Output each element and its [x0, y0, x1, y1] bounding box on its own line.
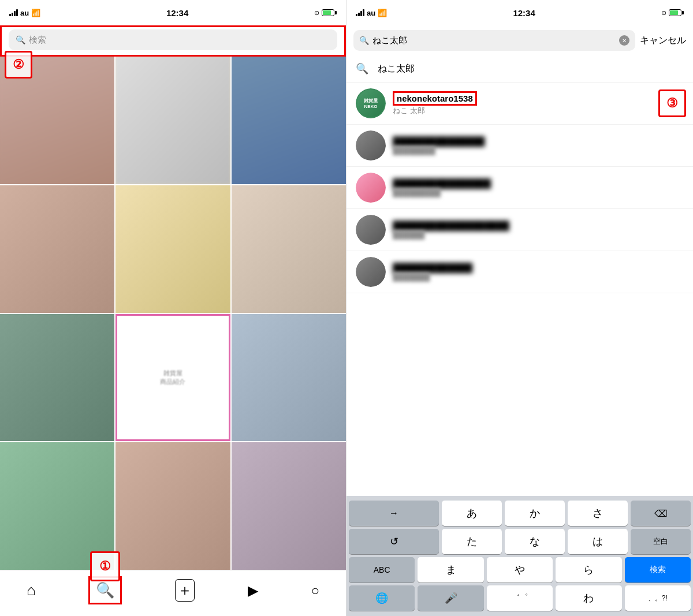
- result-info-5: █████████████ ███████: [393, 263, 684, 281]
- right-status-left: au 📶: [356, 9, 387, 17]
- grid-cell-5: [116, 185, 230, 313]
- result-avatar-5: [356, 257, 386, 287]
- key-na[interactable]: な: [505, 529, 565, 554]
- key-daku[interactable]: ゛゜: [487, 585, 553, 611]
- signal-bars: [9, 9, 18, 16]
- nav-search[interactable]: ① 🔍: [88, 576, 122, 604]
- result-username-3: ████████████████: [393, 178, 684, 188]
- key-backspace[interactable]: ⌫: [631, 501, 691, 526]
- photo-grid: 雑貨屋商品紹介: [0, 57, 346, 570]
- result-avatar-3: [356, 173, 386, 203]
- key-wa[interactable]: わ: [556, 585, 621, 611]
- grid-cell-2: [116, 57, 230, 184]
- nav-home[interactable]: ⌂: [27, 581, 36, 599]
- bottom-nav: ⌂ ① 🔍 ＋ ▶ ○: [0, 570, 346, 616]
- result-displayname-5: ███████: [393, 272, 684, 281]
- key-mic[interactable]: 🎤: [418, 585, 483, 611]
- key-undo[interactable]: ↺: [349, 529, 439, 554]
- key-ka[interactable]: か: [505, 501, 565, 526]
- left-status-bar: au 📶 12:34 ⊙: [0, 0, 346, 25]
- grid-cell-4: [0, 185, 114, 313]
- cancel-button[interactable]: キャンセル: [640, 35, 686, 47]
- right-wifi-icon: 📶: [378, 9, 387, 17]
- key-globe[interactable]: 🌐: [349, 585, 415, 611]
- grid-cell-12: [232, 442, 346, 570]
- result-info-2: ███████████████ ████████: [393, 136, 684, 155]
- grid-cell-7: [0, 314, 114, 442]
- profile-icon: ○: [311, 583, 320, 599]
- grid-cell-11: [116, 442, 230, 570]
- search-results: 🔍 ねこ太郎 雑貨屋NEKO nekonekotaro1538 ねこ 太郎 ③: [346, 55, 693, 496]
- search-bar-container[interactable]: 🔍 検索: [0, 25, 346, 57]
- wifi-icon: 📶: [31, 9, 40, 17]
- right-carrier: au: [367, 9, 375, 17]
- home-icon: ⌂: [27, 581, 36, 599]
- result-item-1[interactable]: 雑貨屋NEKO nekonekotaro1538 ねこ 太郎 ③: [346, 83, 693, 125]
- left-status-right: ⊙: [314, 9, 337, 17]
- right-signal-bars: [356, 9, 364, 16]
- key-ya[interactable]: や: [487, 557, 553, 583]
- key-space[interactable]: 空白: [631, 529, 691, 554]
- key-ha[interactable]: は: [568, 529, 628, 554]
- key-ma[interactable]: ま: [418, 557, 483, 583]
- key-ra[interactable]: ら: [556, 557, 621, 583]
- key-abc[interactable]: ABC: [349, 557, 415, 583]
- suggestion-text: ねこ太郎: [378, 63, 415, 75]
- nav-reels[interactable]: ▶: [248, 583, 258, 599]
- search-bar[interactable]: 🔍 検索: [9, 29, 337, 50]
- result-avatar-2: [356, 130, 386, 160]
- grid-cell-6: [232, 185, 346, 313]
- add-icon: ＋: [175, 579, 195, 602]
- keyboard-row-3: ABC ま や ら 検索: [349, 557, 691, 583]
- step-3-badge: ③: [658, 89, 686, 117]
- result-info-1: nekonekotaro1538 ねこ 太郎: [393, 91, 684, 116]
- right-screen-record: ⊙: [661, 9, 666, 17]
- result-item-5[interactable]: █████████████ ███████: [346, 251, 693, 293]
- keyboard: → あ か さ ⌫ ↺ た な は 空白 ABC ま や ら 検索 🌐 🎤 ゛゜…: [346, 496, 693, 616]
- search-suggestion-row[interactable]: 🔍 ねこ太郎: [346, 55, 693, 83]
- step-2-badge: ②: [5, 51, 32, 79]
- step-1-badge: ①: [90, 551, 120, 581]
- result-item-3[interactable]: ████████████████ █████████: [346, 167, 693, 209]
- key-arrow[interactable]: →: [349, 501, 439, 526]
- key-a[interactable]: あ: [442, 501, 502, 526]
- suggestion-search-icon: 🔍: [356, 62, 368, 75]
- key-search[interactable]: 検索: [625, 557, 691, 583]
- grid-cell-10: [0, 442, 114, 570]
- result-username-5: █████████████: [393, 263, 684, 272]
- result-displayname-3: █████████: [393, 188, 684, 197]
- right-phone-panel: au 📶 12:34 ⊙ 🔍 ねこ太郎 ✕ キャンセル 🔍 ねこ太郎: [346, 0, 693, 616]
- right-status-bar: au 📶 12:34 ⊙: [346, 0, 693, 25]
- search-icon: 🔍: [96, 581, 114, 599]
- result-username-1: nekonekotaro1538: [393, 91, 477, 106]
- keyboard-row-2: ↺ た な は 空白: [349, 529, 691, 554]
- nav-add[interactable]: ＋: [175, 579, 195, 602]
- carrier-label: au: [20, 9, 29, 17]
- result-item-2[interactable]: ███████████████ ████████: [346, 125, 693, 167]
- photo-grid-container: 雑貨屋商品紹介: [0, 57, 346, 570]
- result-displayname-1: ねこ 太郎: [393, 106, 684, 116]
- result-info-4: ███████████████████ ██████: [393, 221, 684, 239]
- result-username-2: ███████████████: [393, 136, 684, 146]
- result-displayname-2: ████████: [393, 146, 684, 155]
- right-search-bar[interactable]: 🔍 ねこ太郎 ✕: [353, 30, 635, 51]
- right-search-bar-row: 🔍 ねこ太郎 ✕ キャンセル: [346, 25, 693, 55]
- right-time: 12:34: [513, 8, 535, 18]
- battery-icon: [322, 9, 337, 16]
- grid-cell-8: 雑貨屋商品紹介: [116, 314, 230, 442]
- result-info-3: ████████████████ █████████: [393, 178, 684, 197]
- search-bar-icon: 🔍: [16, 35, 25, 44]
- clear-search-button[interactable]: ✕: [619, 35, 629, 46]
- key-punct[interactable]: 、。?!: [625, 585, 691, 611]
- result-item-4[interactable]: ███████████████████ ██████: [346, 209, 693, 251]
- right-search-input[interactable]: ねこ太郎: [372, 35, 616, 46]
- grid-cell-3: [232, 57, 346, 184]
- key-sa[interactable]: さ: [568, 501, 628, 526]
- right-search-icon: 🔍: [359, 36, 369, 45]
- nav-profile[interactable]: ○: [311, 583, 320, 599]
- screen-record-icon: ⊙: [314, 9, 319, 17]
- result-username-4: ███████████████████: [393, 221, 684, 230]
- keyboard-row-1: → あ か さ ⌫: [349, 501, 691, 526]
- key-ta[interactable]: た: [442, 529, 502, 554]
- left-time: 12:34: [166, 8, 188, 18]
